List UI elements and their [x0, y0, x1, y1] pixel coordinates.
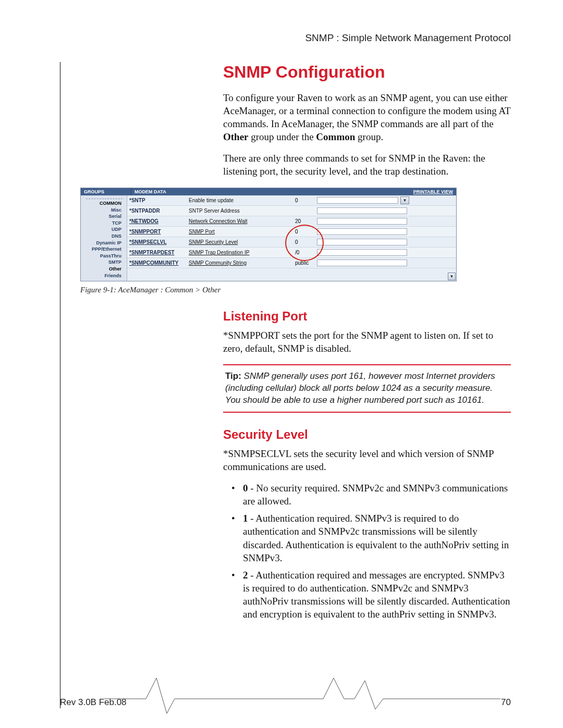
list-item: 1 - Authentication required. SNMPv3 is r… — [231, 512, 511, 564]
page-header-breadcrumb: SNMP : Simple Network Management Protoco… — [305, 32, 511, 44]
row-name[interactable]: *SNMPPORT — [129, 229, 187, 235]
sec-lvl-2: 2 — [243, 570, 248, 581]
row-desc[interactable]: SNMP Trap Destination IP — [189, 250, 293, 255]
intro-1d: Common — [316, 131, 355, 142]
ace-side-friends[interactable]: Friends — [81, 273, 125, 279]
row-desc[interactable]: SNMP Community String — [189, 260, 293, 266]
dropdown-icon[interactable]: ▼ — [400, 196, 409, 204]
sec-lvl-1: 1 — [243, 513, 248, 524]
row-desc[interactable]: Network Connection Wait — [189, 218, 293, 224]
annotation-circle — [285, 225, 324, 261]
security-level-list: 0 - No security required. SNMPv2c and SM… — [231, 482, 511, 621]
sec-txt-0: - No security required. SNMPv2c and SMNP… — [243, 483, 508, 507]
row-val: 0 — [295, 198, 315, 203]
row-name[interactable]: *NETWDOG — [129, 218, 187, 224]
ace-header-groups: GROUPS — [81, 188, 131, 195]
row-input[interactable] — [317, 197, 398, 204]
row-desc: Enable time update — [189, 198, 293, 203]
ace-side-common[interactable]: COMMON — [81, 200, 125, 207]
row-desc[interactable]: SNMP Port — [189, 229, 293, 235]
ace-table-header: GROUPS MODEM DATA PRINTABLE VIEW — [81, 188, 456, 195]
tip-label: Tip: — [225, 371, 241, 381]
heading-listening-port: Listening Port — [223, 309, 511, 324]
row-input[interactable] — [317, 218, 407, 225]
footer-page-number: 70 — [501, 697, 511, 708]
row-desc: SNTP Server Address — [189, 208, 293, 214]
sec-lvl-0: 0 — [243, 483, 248, 493]
table-row: *SNTPADDR SNTP Server Address — [127, 206, 456, 216]
table-row: *SNTP Enable time update 0 ▼ — [127, 195, 456, 206]
row-name: *SNTP — [129, 198, 187, 203]
security-intro: *SNMPSECLVL sets the security level and … — [223, 447, 511, 473]
ace-side-dynip[interactable]: Dynamic IP — [81, 240, 125, 246]
page-title: SNMP Configuration — [223, 63, 511, 82]
intro-1a: To configure your Raven to work as an SN… — [223, 92, 510, 129]
intro-1c: group under the — [249, 131, 316, 142]
ace-side-serial[interactable]: Serial — [81, 213, 125, 220]
intro-1e: group. — [355, 131, 383, 142]
row-name: *SNTPADDR — [129, 208, 187, 214]
ace-side-smtp[interactable]: SMTP — [81, 259, 125, 266]
acemanager-screenshot: GROUPS MODEM DATA PRINTABLE VIEW COMMON … — [80, 188, 457, 281]
row-name[interactable]: *SNMPCOMMUNITY — [129, 260, 187, 266]
tip-text: SNMP generally uses port 161, however mo… — [225, 371, 495, 405]
listening-port-para: *SNMPPORT sets the port for the SNMP age… — [223, 329, 511, 355]
table-row: *SNMPCOMMUNITY SNMP Community String pub… — [127, 258, 456, 268]
scroll-down-icon[interactable]: ▼ — [448, 273, 456, 280]
sec-txt-1: - Authentication required. SNMPv3 is req… — [243, 513, 509, 563]
sec-txt-2: - Authentication required and messages a… — [243, 570, 510, 620]
ace-sidebar: COMMON Misc Serial TCP UDP DNS Dynamic I… — [81, 195, 127, 281]
row-input[interactable] — [317, 239, 407, 245]
row-name[interactable]: *SNMPTRAPDEST — [129, 250, 187, 255]
row-input[interactable] — [317, 228, 407, 235]
list-item: 2 - Authentication required and messages… — [231, 569, 511, 621]
tip-box: Tip: SNMP generally uses port 161, howev… — [223, 364, 511, 413]
list-item: 0 - No security required. SNMPv2c and SM… — [231, 482, 511, 508]
ace-side-udp[interactable]: UDP — [81, 226, 125, 233]
row-input[interactable] — [317, 207, 407, 214]
ace-side-other[interactable]: Other — [81, 266, 125, 273]
table-row: *NETWDOG Network Connection Wait 20 — [127, 216, 456, 227]
row-name[interactable]: *SNMPSECLVL — [129, 239, 187, 245]
row-input[interactable] — [317, 260, 407, 266]
heading-security-level: Security Level — [223, 427, 511, 442]
intro-paragraph-2: There are only three commands to set for… — [223, 152, 511, 178]
row-val: 20 — [295, 218, 315, 224]
ace-side-passthru[interactable]: PassThru — [81, 253, 125, 260]
ace-header-printable[interactable]: PRINTABLE VIEW — [400, 188, 456, 195]
ace-side-tcp[interactable]: TCP — [81, 220, 125, 227]
row-input[interactable] — [317, 249, 407, 256]
ace-side-dns[interactable]: DNS — [81, 233, 125, 240]
intro-1b: Other — [223, 131, 249, 142]
ace-side-misc[interactable]: Misc — [81, 207, 125, 214]
row-desc[interactable]: SNMP Security Level — [189, 239, 293, 245]
intro-paragraph-1: To configure your Raven to work as an SN… — [223, 91, 511, 143]
ace-side-ppp[interactable]: PPP/Ethernet — [81, 246, 125, 253]
footer-revision: Rev 3.0B Feb.08 — [60, 697, 127, 708]
ace-header-modemdata: MODEM DATA — [131, 188, 400, 195]
figure-caption: Figure 9-1: AceManager : Common > Other — [80, 286, 511, 294]
decorative-ecg-line — [104, 673, 500, 714]
